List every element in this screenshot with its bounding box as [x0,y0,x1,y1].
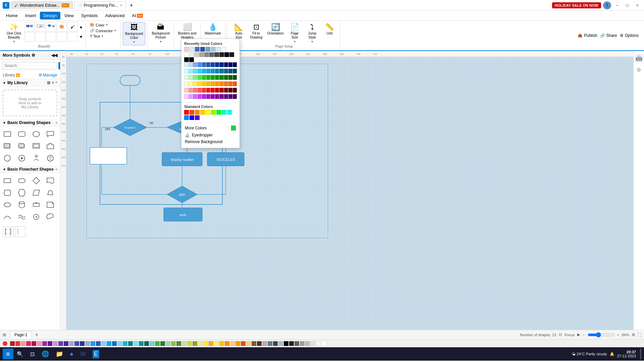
sc-55[interactable] [300,341,305,346]
r-row-11[interactable] [228,88,232,93]
fc-shape-connector[interactable] [31,212,42,222]
gr-row-7[interactable] [211,75,215,80]
style-row2-2[interactable] [35,32,45,42]
jump-style-button[interactable]: ⤵ JumpStyle ▼ [304,22,321,45]
taskview-button[interactable]: ⊡ [27,349,38,359]
manage-button[interactable]: ⚙ Manage [39,73,57,77]
sc-23[interactable] [128,341,133,346]
p-row-12[interactable] [233,94,237,99]
zoom-slider[interactable] [588,332,614,338]
fc-shape-wave[interactable] [16,212,27,222]
shape-filled-circle[interactable] [16,153,27,164]
tab-close[interactable]: × [120,3,122,8]
t-row-4[interactable] [198,69,202,73]
my-library-close-icon[interactable]: × [55,80,57,85]
menu-design[interactable]: Design [40,12,60,19]
panel-settings-icon[interactable]: ⚙ [32,53,35,58]
taskbar-app-browser[interactable]: 🌐 [39,349,52,359]
swatch-r4[interactable] [200,47,205,52]
orientation-button[interactable]: 🔄 Orientation [265,22,286,37]
swatch-r2[interactable] [190,47,194,52]
std-11[interactable] [190,115,194,120]
sc-40[interactable] [219,341,224,346]
style-preset-5[interactable]: 🖌 [67,22,77,32]
shape-speech-bubble[interactable] [45,129,56,139]
fc-shape-document[interactable] [45,175,56,186]
zoom-out-button[interactable]: − [583,333,585,337]
b-row-11[interactable] [228,62,232,67]
sc-36[interactable] [198,341,203,346]
std-2[interactable] [190,110,194,115]
t-row-9[interactable] [219,69,223,73]
t-row-5[interactable] [202,69,206,73]
menu-home[interactable]: Home [3,12,21,19]
p-row-8[interactable] [215,94,219,99]
menu-ai[interactable]: AI hot [128,12,146,19]
y-row-8[interactable] [215,81,219,86]
sc-34[interactable] [187,341,192,346]
y-row-9[interactable] [219,81,223,86]
publish-button[interactable]: 📤 Publish [578,33,597,38]
sc-12[interactable] [69,341,74,346]
sc-45[interactable] [246,341,251,346]
g-1-11[interactable] [184,57,189,62]
g-1-6[interactable] [209,52,214,57]
sc-50[interactable] [273,341,278,346]
swatch-r8[interactable] [222,47,226,52]
fit-to-drawing-button[interactable]: ⊡ Fit toDrawing [248,22,265,41]
remove-background-row[interactable]: Remove Background [184,138,237,145]
menu-symbols[interactable]: Symbols [78,12,101,19]
y-row-11[interactable] [228,81,232,86]
std-8[interactable] [222,110,226,115]
p-row-7[interactable] [211,94,215,99]
fc-shape-note[interactable] [45,199,56,210]
gr-row-12[interactable] [233,75,237,80]
sc-26[interactable] [144,341,149,346]
close-button[interactable]: × [633,1,641,9]
sc-38[interactable] [209,341,213,346]
sc-29[interactable] [160,341,165,346]
b-row-7[interactable] [211,62,215,67]
style-row2-3[interactable] [46,32,56,42]
fit-page-icon[interactable]: ⊞ [632,333,635,337]
t-row-3[interactable] [193,69,197,73]
t-row-6[interactable] [206,69,210,73]
fc-shape-parallelogram[interactable] [31,187,42,198]
y-row-7[interactable] [211,81,215,86]
swatch-r3[interactable] [195,47,200,52]
y-row-2[interactable] [189,81,193,86]
g-1-1[interactable] [184,52,189,57]
sc-1[interactable] [10,341,15,346]
p-row-6[interactable] [206,94,210,99]
t-row-2[interactable] [189,69,193,73]
text-button[interactable]: T Text ▼ [88,34,118,39]
options-button[interactable]: ⚙ Options [620,33,639,38]
fc-shape-squircle[interactable] [31,199,42,210]
sc-15[interactable] [85,341,90,346]
auto-size-button[interactable]: 📐 AutoSize [230,22,247,41]
std-3[interactable] [195,110,200,115]
basic-flowchart-close-icon[interactable]: × [55,168,57,171]
sc-30[interactable] [166,341,170,346]
b-row-4[interactable] [198,62,202,67]
swatch-r6[interactable] [211,47,216,52]
r-row-3[interactable] [193,88,197,93]
basic-drawing-close-icon[interactable]: × [55,121,57,125]
sc-17[interactable] [96,341,101,346]
sc-10[interactable] [58,341,63,346]
shapes-panel-button[interactable]: ◇ [635,65,643,74]
std-6[interactable] [211,110,216,115]
status-color-swatch[interactable] [3,341,7,346]
y-row-1[interactable] [184,81,188,86]
sc-31[interactable] [171,341,176,346]
fullscreen-icon[interactable]: ⛶ [638,333,641,337]
canvas-area[interactable]: -80 -50 -20 10 40 70 100 130 160 190 220… [66,51,633,330]
g-1-10[interactable] [229,52,234,57]
zoom-in-button[interactable]: + [617,333,619,337]
swatch-r5[interactable] [206,47,210,52]
flowchart-canvas[interactable]: if a=b=c yes no if a==b|| b==c && a=c [66,57,633,330]
page-tab-1[interactable]: Page-1 [10,331,32,339]
gr-row-8[interactable] [215,75,219,80]
sc-19[interactable] [107,341,111,346]
y-row-5[interactable] [202,81,206,86]
